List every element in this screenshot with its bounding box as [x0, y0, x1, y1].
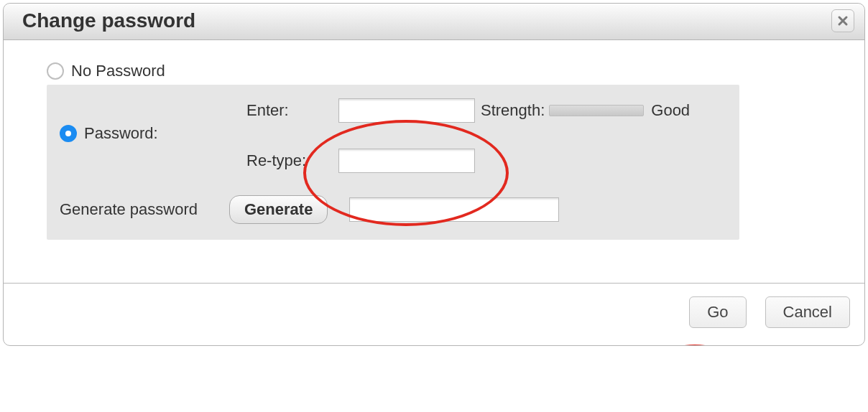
cancel-button[interactable]: Cancel — [765, 296, 850, 328]
dialog-content: No Password Password: Enter: Strength: — [4, 40, 864, 268]
enter-label: Enter: — [246, 101, 338, 120]
close-button[interactable] — [831, 9, 854, 32]
strength-value: Good — [651, 101, 690, 120]
strength-label: Strength: — [481, 101, 545, 120]
password-retype-input[interactable] — [338, 149, 475, 173]
radio-icon — [60, 125, 77, 142]
go-button[interactable]: Go — [689, 296, 746, 328]
password-panel: Password: Enter: Strength: Good — [47, 85, 739, 240]
generated-password-output[interactable] — [349, 197, 559, 222]
option-label: Password: — [84, 124, 158, 143]
option-label: No Password — [71, 62, 165, 80]
generate-button[interactable]: Generate — [229, 195, 328, 224]
radio-icon — [47, 62, 64, 80]
password-input[interactable] — [338, 98, 475, 123]
dialog-titlebar: Change password — [4, 4, 864, 40]
dialog-footer: Go Cancel — [4, 283, 864, 345]
change-password-dialog: Change password No Password Password: — [3, 3, 865, 346]
option-password[interactable]: Password: — [60, 124, 158, 143]
dialog-title: Change password — [22, 9, 195, 32]
close-icon — [837, 15, 849, 27]
retype-label: Re-type: — [246, 151, 338, 170]
strength-meter — [549, 105, 644, 116]
generate-label: Generate password — [60, 200, 198, 219]
option-no-password[interactable]: No Password — [47, 62, 836, 80]
generate-row: Generate password Generate — [60, 195, 726, 224]
